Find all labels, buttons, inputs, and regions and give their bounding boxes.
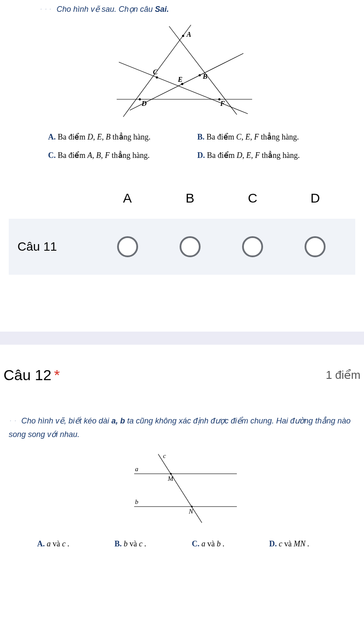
q12-figure: a b c M N bbox=[0, 452, 364, 526]
pt-E: E bbox=[177, 76, 183, 83]
q12-opt-C: C. a và b . bbox=[192, 539, 269, 549]
svg-point-15 bbox=[191, 506, 193, 507]
q11-radio-B[interactable] bbox=[180, 236, 201, 257]
q11-opt-C: C. Ba điểm A, B, F thẳng hàng. bbox=[48, 150, 180, 160]
col-A: A bbox=[96, 191, 159, 206]
q11-opt-D: D. Ba điểm D, E, F thẳng hàng. bbox=[198, 150, 329, 160]
svg-point-6 bbox=[156, 77, 158, 79]
pt-F: F bbox=[220, 100, 225, 107]
required-star: * bbox=[54, 367, 60, 383]
parallel-svg: a b c M N bbox=[117, 452, 248, 526]
q12-title: Câu 12* bbox=[3, 367, 60, 384]
col-D: D bbox=[284, 191, 347, 206]
svg-point-9 bbox=[139, 98, 141, 101]
q11-options: A. Ba điểm D, E, B thẳng hàng. B. Ba điể… bbox=[48, 132, 329, 160]
faded-prefix-2: ᐧ ᐧ bbox=[9, 417, 16, 425]
q12-opt-D: D. c và MN . bbox=[269, 539, 347, 549]
triangle-svg: A C B E D F bbox=[108, 18, 257, 119]
q11-answer-row: Câu 11 bbox=[9, 219, 355, 275]
pt-A: A bbox=[186, 31, 191, 38]
q11-row-label: Câu 11 bbox=[17, 240, 96, 254]
lbl-a: a bbox=[135, 465, 139, 472]
pt-D: D bbox=[141, 100, 147, 107]
q11-prompt: ᐧ ᐧ ᐧ Cho hình vẽ sau. Chọn câu Sai. bbox=[39, 4, 355, 14]
q11-prompt-lead: Cho hình vẽ sau. Chọn câu bbox=[56, 5, 155, 14]
lbl-M: M bbox=[167, 475, 174, 482]
lbl-c: c bbox=[163, 452, 166, 459]
svg-point-5 bbox=[182, 35, 184, 37]
faded-prefix: ᐧ ᐧ ᐧ bbox=[39, 5, 51, 14]
q12-header: Câu 12* 1 điểm bbox=[0, 367, 364, 384]
q11-radio-D[interactable] bbox=[305, 236, 326, 257]
lbl-N: N bbox=[188, 508, 194, 515]
q11-opt-A: A. Ba điểm D, E, B thẳng hàng. bbox=[48, 132, 180, 142]
q11-opt-B: B. Ba điểm C, E, F thẳng hàng. bbox=[198, 132, 329, 142]
pt-B: B bbox=[202, 73, 208, 80]
abcd-header: A B C D bbox=[9, 191, 355, 206]
q11-prompt-bold: Sai. bbox=[155, 5, 169, 14]
svg-line-1 bbox=[169, 26, 237, 115]
col-B: B bbox=[159, 191, 221, 206]
q12-opt-A: A. a và c . bbox=[37, 539, 114, 549]
q12-points: 1 điểm bbox=[326, 368, 361, 382]
svg-line-13 bbox=[158, 454, 202, 523]
lbl-b: b bbox=[135, 498, 139, 505]
col-C: C bbox=[222, 191, 284, 206]
svg-line-3 bbox=[130, 53, 243, 110]
q12-opt-B: B. b và c . bbox=[114, 539, 192, 549]
q11-figure: A C B E D F bbox=[9, 18, 355, 119]
q11-radio-C[interactable] bbox=[242, 236, 263, 257]
question-11-section: ᐧ ᐧ ᐧ Cho hình vẽ sau. Chọn câu Sai. A C… bbox=[0, 0, 364, 288]
q12-options: A. a và c . B. b và c . C. a và b . D. c… bbox=[37, 539, 347, 549]
svg-point-8 bbox=[181, 83, 183, 85]
q12-prompt: ᐧ ᐧ Cho hình vẽ, biết kéo dài a, b ta cũ… bbox=[9, 414, 355, 441]
svg-point-7 bbox=[198, 74, 201, 77]
q11-radio-A[interactable] bbox=[117, 236, 138, 257]
pt-C: C bbox=[153, 68, 158, 76]
svg-point-14 bbox=[170, 473, 172, 475]
question-12-section: Câu 12* 1 điểm ᐧ ᐧ Cho hình vẽ, biết kéo… bbox=[0, 345, 364, 562]
section-separator bbox=[0, 332, 364, 345]
